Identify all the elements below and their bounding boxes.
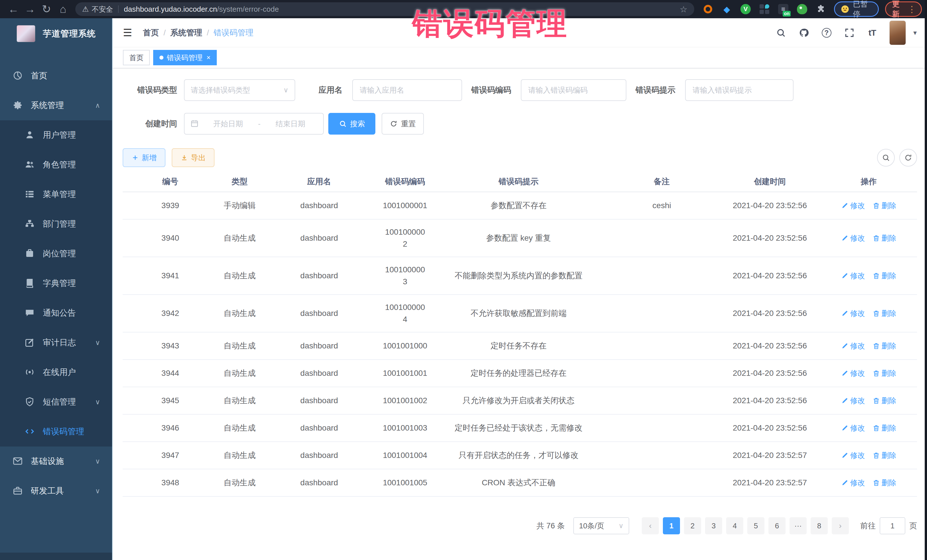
edit-link[interactable]: 修改 bbox=[841, 340, 865, 352]
avatar-caret-icon[interactable]: ▾ bbox=[913, 29, 917, 37]
page-button-2[interactable]: 2 bbox=[684, 517, 701, 534]
help-icon[interactable]: ? bbox=[821, 27, 832, 38]
sidebar-item-infra[interactable]: 基础设施∨ bbox=[0, 446, 112, 476]
sidebar-item-user[interactable]: 用户管理 bbox=[0, 120, 112, 150]
page-button-4[interactable]: 4 bbox=[726, 517, 743, 534]
column-header: 编号 bbox=[123, 171, 218, 191]
sidebar-item-sms[interactable]: 短信管理∨ bbox=[0, 387, 112, 417]
hide-search-button[interactable] bbox=[877, 149, 895, 167]
sidebar-item-menu[interactable]: 菜单管理 bbox=[0, 180, 112, 209]
page-ellipsis[interactable]: ··· bbox=[790, 517, 807, 534]
filter-msg-input[interactable] bbox=[685, 79, 793, 101]
sidebar-item-online[interactable]: 在线用户 bbox=[0, 358, 112, 387]
next-page-button[interactable]: › bbox=[832, 517, 849, 534]
page-size-select[interactable]: 10条/页 ∨ bbox=[573, 517, 629, 534]
user-avatar[interactable] bbox=[889, 21, 906, 45]
add-button[interactable]: 新增 bbox=[123, 148, 166, 167]
sidebar-item-label: 用户管理 bbox=[43, 129, 76, 141]
edit-link[interactable]: 修改 bbox=[841, 450, 865, 461]
font-size-icon[interactable]: tT bbox=[866, 27, 878, 38]
prev-page-button[interactable]: ‹ bbox=[642, 517, 659, 534]
export-button[interactable]: 导出 bbox=[172, 148, 214, 167]
page-button-8[interactable]: 8 bbox=[811, 517, 828, 534]
sidebar-item-home[interactable]: 首页 bbox=[0, 61, 112, 91]
back-icon[interactable]: ← bbox=[5, 0, 22, 18]
start-date-placeholder[interactable]: 开始日期 bbox=[201, 119, 255, 129]
edit-link[interactable]: 修改 bbox=[841, 395, 865, 406]
filter-type-select[interactable]: 请选择错误码类型 ∨ bbox=[184, 79, 295, 101]
extension-gem-icon[interactable]: ◆ bbox=[721, 3, 732, 15]
edit-link[interactable]: 修改 bbox=[841, 423, 865, 434]
delete-link[interactable]: 删除 bbox=[872, 450, 897, 461]
extension-paused-badge[interactable]: 已暂停 bbox=[834, 2, 879, 17]
sidebar-item-notice[interactable]: 通知公告 bbox=[0, 298, 112, 328]
book-icon bbox=[24, 278, 36, 289]
edit-link[interactable]: 修改 bbox=[841, 200, 865, 211]
edit-link[interactable]: 修改 bbox=[841, 308, 865, 319]
page-button-1[interactable]: 1 bbox=[663, 517, 680, 534]
search-button[interactable]: 搜索 bbox=[328, 113, 375, 135]
filter-date-range[interactable]: 开始日期 - 结束日期 bbox=[184, 113, 324, 135]
extension-list-icon[interactable]: ≡on bbox=[778, 3, 789, 15]
extension-orange-icon[interactable] bbox=[702, 3, 714, 15]
refresh-table-button[interactable] bbox=[899, 149, 917, 167]
not-secure-label[interactable]: 不安全 bbox=[91, 5, 113, 14]
page-button-6[interactable]: 6 bbox=[768, 517, 786, 534]
browser-update-button[interactable]: 更新 ⋮ bbox=[885, 2, 922, 17]
extensions-puzzle-icon[interactable] bbox=[815, 3, 827, 15]
reset-button[interactable]: 重置 bbox=[381, 113, 424, 135]
delete-link[interactable]: 删除 bbox=[872, 477, 897, 489]
reload-icon[interactable]: ↻ bbox=[38, 0, 55, 18]
sidebar-item-errcode[interactable]: 错误码管理 bbox=[0, 417, 112, 446]
end-date-placeholder[interactable]: 结束日期 bbox=[263, 119, 318, 129]
cell-actions: 修改删除 bbox=[820, 387, 917, 414]
tab-close-icon[interactable]: × bbox=[207, 54, 211, 62]
tab-home[interactable]: 首页 bbox=[123, 50, 150, 65]
bookmark-star-icon[interactable]: ☆ bbox=[680, 4, 687, 14]
not-secure-warning-icon[interactable]: ⚠ bbox=[82, 5, 89, 14]
edit-link[interactable]: 修改 bbox=[841, 368, 865, 379]
github-icon[interactable] bbox=[798, 27, 810, 38]
extension-grid-icon[interactable] bbox=[759, 3, 770, 15]
sidebar-item-dept[interactable]: 部门管理 bbox=[0, 209, 112, 239]
delete-link[interactable]: 删除 bbox=[872, 340, 897, 352]
sidebar-item-system[interactable]: 系统管理∧ bbox=[0, 91, 112, 120]
delete-link[interactable]: 删除 bbox=[872, 233, 897, 244]
sidebar-item-devtool[interactable]: 研发工具∨ bbox=[0, 476, 112, 506]
extension-frog-icon[interactable] bbox=[796, 3, 808, 15]
filter-app-input[interactable] bbox=[352, 79, 462, 101]
cell-id: 3940 bbox=[123, 220, 218, 256]
delete-link[interactable]: 删除 bbox=[872, 395, 897, 406]
delete-link[interactable]: 删除 bbox=[872, 423, 897, 434]
edit-link[interactable]: 修改 bbox=[841, 477, 865, 489]
tab-error-code[interactable]: 错误码管理 × bbox=[153, 50, 217, 65]
sidebar-toggle-icon[interactable]: ☰ bbox=[123, 27, 132, 39]
sidebar-logo-row[interactable]: 芋道管理系统 bbox=[0, 18, 112, 49]
delete-link[interactable]: 删除 bbox=[872, 270, 897, 281]
kebab-menu-icon[interactable]: ⋮ bbox=[907, 4, 916, 14]
page-button-5[interactable]: 5 bbox=[747, 517, 764, 534]
filter-code-input[interactable] bbox=[521, 79, 626, 101]
edit-link[interactable]: 修改 bbox=[841, 270, 865, 281]
delete-link[interactable]: 删除 bbox=[872, 200, 897, 211]
extension-green-v-icon[interactable]: V bbox=[740, 3, 751, 15]
fullscreen-icon[interactable] bbox=[844, 27, 855, 38]
breadcrumb: 首页 / 系统管理 / 错误码管理 bbox=[143, 27, 254, 38]
address-bar[interactable]: ⚠ 不安全 dashboard.yudao.iocoder.cn /system… bbox=[75, 2, 694, 16]
page-button-3[interactable]: 3 bbox=[705, 517, 722, 534]
breadcrumb-system[interactable]: 系统管理 bbox=[170, 27, 202, 38]
sidebar-item-role[interactable]: 角色管理 bbox=[0, 150, 112, 180]
search-icon[interactable] bbox=[775, 27, 787, 38]
sidebar-collapse-bar[interactable] bbox=[0, 552, 112, 560]
sidebar-item-dict[interactable]: 字典管理 bbox=[0, 269, 112, 298]
home-icon[interactable]: ⌂ bbox=[55, 0, 71, 18]
forward-icon[interactable]: → bbox=[22, 0, 38, 18]
edit-link[interactable]: 修改 bbox=[841, 233, 865, 244]
sidebar-item-audit[interactable]: 审计日志∨ bbox=[0, 328, 112, 358]
shield-icon bbox=[24, 397, 36, 407]
delete-link[interactable]: 删除 bbox=[872, 368, 897, 379]
breadcrumb-home[interactable]: 首页 bbox=[143, 27, 159, 38]
sidebar-item-post[interactable]: 岗位管理 bbox=[0, 239, 112, 269]
goto-page-input[interactable] bbox=[880, 517, 905, 534]
delete-link[interactable]: 删除 bbox=[872, 308, 897, 319]
